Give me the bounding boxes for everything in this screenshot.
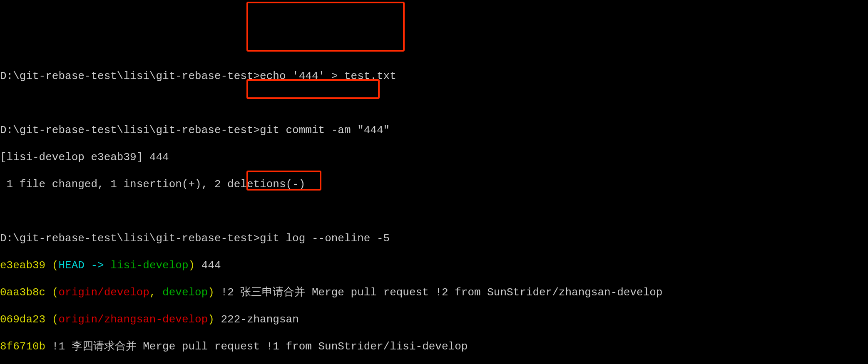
log-row-2: 0aa3b8c (origin/develop, develop) !2 张三申… <box>0 286 868 300</box>
commit-hash: 069da23 <box>0 313 45 326</box>
remote-ref: origin/zhangsan-develop <box>58 313 208 326</box>
log-row-4: 8f6710b !1 李四请求合并 Merge pull request !1 … <box>0 340 868 354</box>
paren-open: ( <box>45 313 58 326</box>
paren-open: ( <box>45 286 58 299</box>
prompt-line-2: D:\git-rebase-test\lisi\git-rebase-test>… <box>0 124 868 137</box>
cmd-commit: git commit -am "444" <box>260 124 390 136</box>
commit-msg: !1 李四请求合并 Merge pull request !1 from Sun… <box>45 340 468 353</box>
commit-hash: 8f6710b <box>0 340 45 353</box>
blank-2 <box>0 205 868 218</box>
log-row-1: e3eab39 (HEAD -> lisi-develop) 444 <box>0 259 868 272</box>
cmd-log: git log --oneline -5 <box>260 232 390 245</box>
paren-close: ) <box>208 286 214 299</box>
prompt-3: D:\git-rebase-test\lisi\git-rebase-test> <box>0 232 260 245</box>
remote-ref: origin/develop <box>58 286 149 299</box>
commit-msg: !2 张三申请合并 Merge pull request !2 from Sun… <box>214 286 663 299</box>
commit-msg: 444 <box>195 259 221 272</box>
paren-close: ) <box>189 259 195 272</box>
commit-hash: e3eab39 <box>0 259 45 272</box>
comma: , <box>149 286 162 299</box>
head-ref: HEAD -> <box>58 259 110 272</box>
prompt-1: D:\git-rebase-test\lisi\git-rebase-test> <box>0 70 260 82</box>
log-row-3: 069da23 (origin/zhangsan-develop) 222-zh… <box>0 313 868 327</box>
cmd-echo: echo '444' > test.txt <box>260 70 396 82</box>
commit-out-1: [lisi-develop e3eab39] 444 <box>0 151 868 164</box>
commit-hash: 0aa3b8c <box>0 286 45 299</box>
prompt-line-1: D:\git-rebase-test\lisi\git-rebase-test>… <box>0 69 868 83</box>
blank-1 <box>0 97 868 110</box>
highlight-box-1 <box>246 2 405 52</box>
commit-out-2: 1 file changed, 1 insertion(+), 2 deleti… <box>0 178 868 191</box>
branch-ref: develop <box>162 286 208 299</box>
branch-ref: lisi-develop <box>110 259 188 272</box>
terminal-output[interactable]: D:\git-rebase-test\lisi\git-rebase-test>… <box>0 54 868 364</box>
prompt-line-3: D:\git-rebase-test\lisi\git-rebase-test>… <box>0 232 868 245</box>
prompt-2: D:\git-rebase-test\lisi\git-rebase-test> <box>0 124 260 136</box>
paren-open: ( <box>45 259 58 272</box>
commit-msg: 222-zhangsan <box>214 313 299 326</box>
paren-close: ) <box>208 313 214 326</box>
